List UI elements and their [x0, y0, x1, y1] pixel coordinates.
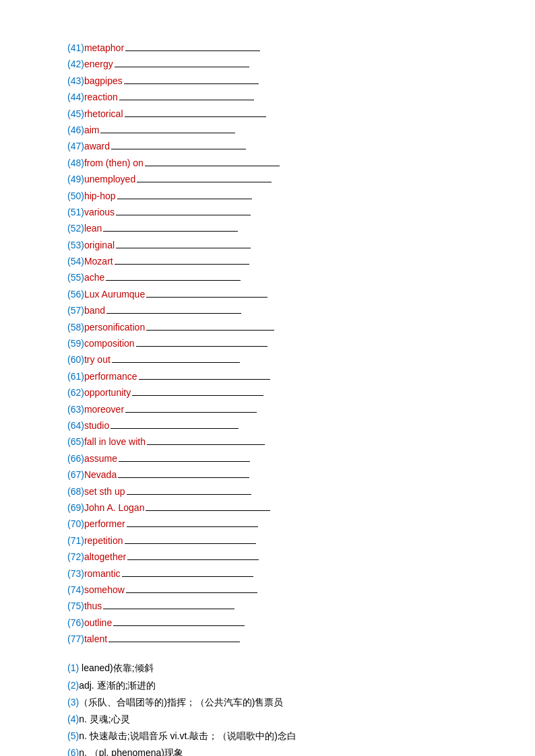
vocab-line — [115, 67, 249, 67]
vocab-item: (69)John A. Logan — [67, 500, 481, 515]
vocab-item: (68)set sth up — [67, 484, 481, 499]
answer-number: (2) — [67, 680, 79, 691]
vocab-number: (59) — [67, 336, 84, 351]
vocab-number: (61) — [67, 369, 84, 384]
vocab-word: assume — [84, 451, 117, 466]
vocab-word: outline — [84, 615, 112, 630]
vocab-word: from (then) on — [84, 156, 144, 170]
vocab-item: (72)altogether — [67, 549, 481, 564]
vocab-word: altogether — [84, 549, 126, 564]
vocab-line — [100, 133, 235, 133]
vocab-word: original — [84, 238, 115, 252]
vocab-item: (57)band — [67, 303, 481, 318]
vocab-line — [112, 362, 240, 363]
vocab-item: (61)performance — [67, 369, 481, 384]
vocab-number: (72) — [67, 549, 84, 564]
vocab-word: award — [84, 139, 110, 153]
vocab-line — [125, 50, 260, 51]
vocab-line — [119, 100, 254, 100]
vocab-word: reaction — [84, 90, 118, 104]
vocab-line — [115, 264, 249, 265]
vocab-item: (77)talent — [67, 631, 481, 646]
vocab-item: (51)various — [67, 205, 481, 219]
vocab-line — [125, 412, 257, 413]
vocab-number: (54) — [67, 254, 84, 269]
vocab-number: (47) — [67, 139, 84, 153]
vocab-number: (60) — [67, 352, 84, 367]
vocab-item: (75)thus — [67, 598, 481, 613]
vocab-item: (49)unemployed — [67, 172, 481, 186]
vocab-line — [145, 166, 280, 166]
vocab-number: (48) — [67, 156, 84, 170]
vocab-word: unemployed — [84, 172, 135, 186]
vocab-word: Lux Aurumque — [84, 287, 145, 302]
vocab-item: (76)outline — [67, 615, 481, 630]
vocab-item: (54)Mozart — [67, 254, 481, 269]
vocab-line — [127, 494, 251, 495]
vocab-item: (50)hip-hop — [67, 188, 481, 203]
vocab-word: bagpipes — [84, 73, 123, 88]
vocab-number: (58) — [67, 320, 84, 335]
vocab-item: (66)assume — [67, 451, 481, 466]
vocab-word: moreover — [84, 402, 124, 417]
vocab-word: personification — [84, 320, 145, 335]
vocab-item: (63)moreover — [67, 402, 481, 417]
vocab-item: (74)somehow — [67, 582, 481, 597]
vocab-number: (49) — [67, 172, 84, 186]
vocab-item: (59)composition — [67, 336, 481, 351]
vocab-line — [147, 444, 265, 445]
vocab-number: (55) — [67, 270, 84, 285]
vocab-word: studio — [84, 418, 109, 433]
vocab-line — [122, 576, 253, 577]
vocab-number: (51) — [67, 205, 84, 219]
vocab-number: (46) — [67, 123, 84, 137]
vocab-word: energy — [84, 57, 113, 71]
vocab-line — [126, 592, 257, 593]
vocab-number: (69) — [67, 500, 84, 515]
answer-text: adj. 逐渐的;渐进的 — [79, 680, 156, 691]
vocab-line — [125, 543, 256, 544]
vocab-number: (74) — [67, 582, 84, 597]
vocab-item: (58)personification — [67, 320, 481, 335]
vocab-word: repetition — [84, 533, 123, 548]
vocab-number: (42) — [67, 57, 84, 71]
vocab-word: composition — [84, 336, 135, 351]
vocab-number: (56) — [67, 287, 84, 302]
vocab-word: hip-hop — [84, 188, 116, 203]
answer-item: (1) leaned)依靠;倾斜 — [67, 660, 481, 677]
vocab-line — [116, 248, 251, 248]
vocab-number: (64) — [67, 418, 84, 433]
vocab-line — [117, 199, 252, 199]
vocab-line — [132, 395, 263, 396]
answer-section: (1) leaned)依靠;倾斜(2)adj. 逐渐的;渐进的(3)（乐队、合唱… — [67, 660, 481, 756]
vocab-word: performer — [84, 516, 125, 531]
answer-item: (2)adj. 逐渐的;渐进的 — [67, 677, 481, 694]
vocab-number: (44) — [67, 90, 84, 104]
vocab-item: (53)original — [67, 238, 481, 252]
answer-text: leaned)依靠;倾斜 — [79, 662, 153, 673]
vocab-number: (53) — [67, 238, 84, 252]
vocab-word: aim — [84, 123, 100, 137]
answer-number: (1) — [67, 662, 79, 673]
answer-number: (3) — [67, 697, 79, 708]
vocab-number: (62) — [67, 385, 84, 400]
vocab-item: (45)rhetorical — [67, 106, 481, 121]
vocab-word: Nevada — [84, 467, 117, 482]
vocab-line — [146, 330, 274, 331]
vocab-item: (60)try out — [67, 352, 481, 367]
vocab-number: (68) — [67, 484, 84, 499]
vocab-line — [136, 346, 268, 347]
vocab-word: ache — [84, 270, 104, 285]
vocab-line — [111, 149, 246, 149]
answer-text: （乐队、合唱团等的)指挥；（公共汽车的)售票员 — [79, 697, 283, 708]
vocab-word: thus — [84, 598, 102, 613]
vocab-item: (56)Lux Aurumque — [67, 287, 481, 302]
vocab-number: (77) — [67, 631, 84, 646]
vocab-word: Mozart — [84, 254, 113, 269]
vocab-word: John A. Logan — [84, 500, 145, 515]
vocab-number: (57) — [67, 303, 84, 318]
vocab-word: lean — [84, 221, 102, 236]
vocab-item: (42)energy — [67, 57, 481, 71]
vocab-line — [108, 642, 240, 642]
vocab-line — [139, 379, 270, 380]
